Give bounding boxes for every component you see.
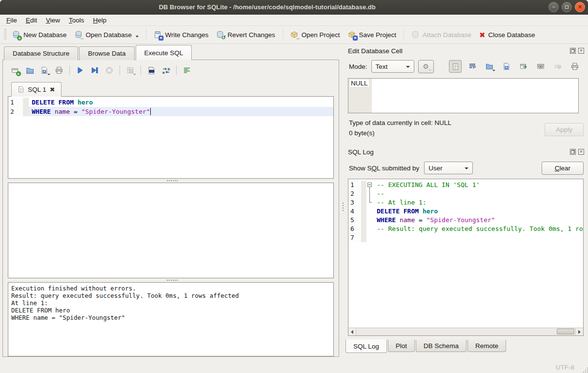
- toolbar-separator: [146, 29, 146, 40]
- encoding-indicator[interactable]: UTF-8: [556, 364, 574, 371]
- dropdown-caret-icon[interactable]: [47, 74, 50, 75]
- set-null-button[interactable]: [551, 60, 564, 73]
- cell-value-editor[interactable]: NULL: [348, 78, 579, 113]
- submitted-by-select[interactable]: User: [424, 162, 473, 174]
- sql-log-view[interactable]: 1-- EXECUTING ALL IN 'SQL 1'2--3-- At li…: [348, 179, 584, 336]
- log-line[interactable]: 1-- EXECUTING ALL IN 'SQL 1': [348, 181, 583, 189]
- toolbar-drag-handle[interactable]: [4, 29, 6, 41]
- execute-all-button[interactable]: [74, 64, 86, 77]
- code-text: [374, 233, 583, 242]
- menu-help[interactable]: Help: [89, 16, 111, 25]
- resize-grip[interactable]: [585, 370, 586, 371]
- text-mode-button[interactable]: [449, 60, 462, 73]
- new-database-button[interactable]: + New Database: [8, 28, 71, 41]
- sql-file-tab[interactable]: SQL 1 ✖: [11, 82, 61, 97]
- mode-label: Mode:: [349, 63, 367, 70]
- tab-database-structure[interactable]: Database Structure: [4, 46, 78, 60]
- link-button[interactable]: [534, 60, 547, 73]
- log-line[interactable]: 5WHERE name = "Spider-Youngster": [348, 216, 583, 225]
- maximize-button[interactable]: [562, 2, 572, 12]
- editor-margin: [361, 233, 366, 242]
- log-line[interactable]: 3-- At line 1:: [348, 198, 583, 207]
- splitter-handle[interactable]: [3, 179, 339, 183]
- dock-header-icons: ×: [570, 48, 584, 54]
- word-wrap-button[interactable]: [466, 60, 479, 73]
- right-panel: Edit Database Cell × Mode: Text ⚙ →: [345, 44, 588, 361]
- close-button[interactable]: ✕: [575, 2, 585, 12]
- svg-text:a: a: [162, 70, 165, 74]
- arrow-icon: →: [427, 67, 432, 71]
- clear-log-button[interactable]: Clear: [542, 162, 584, 175]
- sql-editor[interactable]: 1DELETE FROM hero2WHERE name = "Spider-Y…: [8, 97, 334, 179]
- open-sql-file-button[interactable]: [23, 64, 36, 77]
- titlebar[interactable]: DB Browser for SQLite - /home/user/code/…: [0, 0, 588, 15]
- editor-line[interactable]: 2WHERE name = "Spider-Youngster": [8, 107, 333, 116]
- attach-database-button[interactable]: Attach Database: [407, 28, 475, 41]
- bottom-tab-db-schema[interactable]: DB Schema: [416, 340, 466, 352]
- horizontal-scrollbar[interactable]: [348, 328, 583, 335]
- close-tab-icon[interactable]: ✖: [50, 86, 55, 93]
- log-line[interactable]: 4DELETE FROM hero: [348, 207, 583, 216]
- scroll-left-button[interactable]: [348, 328, 356, 335]
- open-database-button[interactable]: → Open Database: [71, 28, 143, 41]
- vertical-splitter[interactable]: [342, 44, 345, 361]
- open-project-button[interactable]: → Open Project: [286, 28, 344, 41]
- close-dock-icon[interactable]: ×: [578, 149, 584, 155]
- editor-line[interactable]: 1DELETE FROM hero: [8, 98, 333, 107]
- mode-value: Text: [376, 63, 388, 70]
- fold-margin[interactable]: [366, 181, 374, 189]
- dropdown-caret-icon[interactable]: [492, 70, 495, 71]
- tab-execute-sql[interactable]: Execute SQL: [136, 45, 192, 60]
- save-sql-file-button[interactable]: [38, 64, 51, 77]
- export-window-button[interactable]: [517, 60, 530, 73]
- print-cell-button[interactable]: [568, 60, 581, 73]
- log-line[interactable]: 7: [348, 233, 583, 242]
- chevron-down-icon: [465, 167, 468, 169]
- save-project-button[interactable]: Save Project: [344, 28, 401, 41]
- left-panel: Database Structure Browse Data Execute S…: [0, 44, 342, 361]
- print-button[interactable]: [53, 64, 65, 77]
- open-in-external-button[interactable]: ⚙ →: [418, 60, 434, 73]
- float-dock-icon[interactable]: [570, 149, 576, 155]
- sql-document-icon: [18, 86, 24, 93]
- format-sql-button[interactable]: [181, 64, 193, 77]
- tab-browse-data[interactable]: Browse Data: [79, 46, 134, 60]
- stop-button[interactable]: [103, 64, 116, 77]
- find-replace-button[interactable]: ab: [160, 64, 172, 77]
- execute-line-button[interactable]: [88, 64, 101, 77]
- find-button[interactable]: [145, 64, 158, 77]
- log-line[interactable]: 6-- Result: query executed successfully.…: [348, 225, 583, 233]
- revert-changes-button[interactable]: ↺ Revert Changes: [212, 28, 279, 41]
- save-results-button[interactable]: [124, 64, 137, 77]
- menu-view[interactable]: View: [41, 16, 64, 25]
- bottom-tab-remote[interactable]: Remote: [467, 340, 506, 352]
- menu-tools[interactable]: Tools: [64, 16, 89, 25]
- close-database-button[interactable]: ✖ Close Database: [475, 28, 539, 41]
- revert-arrow-icon: ↺: [221, 36, 226, 41]
- write-changes-button[interactable]: Write Changes: [150, 28, 212, 41]
- revert-changes-icon: ↺: [216, 31, 224, 39]
- code-text: WHERE name = "Spider-Youngster": [29, 107, 333, 116]
- scrollbar-thumb[interactable]: [557, 329, 574, 334]
- mode-select[interactable]: Text: [371, 60, 414, 73]
- bottom-tab-sql-log[interactable]: SQL Log: [345, 339, 387, 353]
- close-dock-icon[interactable]: ×: [578, 48, 584, 54]
- export-file-button[interactable]: [500, 60, 513, 73]
- import-file-button[interactable]: [483, 60, 496, 73]
- scroll-right-button[interactable]: [575, 328, 583, 335]
- toolbar-separator: [141, 65, 141, 75]
- menu-edit[interactable]: Edit: [21, 16, 41, 25]
- dropdown-caret-icon[interactable]: [136, 36, 139, 38]
- sql-toolbar: +: [3, 60, 339, 81]
- log-line[interactable]: 2--: [348, 189, 583, 198]
- results-pane[interactable]: [8, 183, 334, 278]
- apply-button[interactable]: Apply: [545, 123, 584, 136]
- database-open-icon: →: [75, 31, 83, 39]
- bottom-tab-plot[interactable]: Plot: [388, 340, 415, 352]
- splitter-handle[interactable]: [3, 278, 339, 282]
- float-dock-icon[interactable]: [570, 48, 576, 54]
- menu-file[interactable]: File: [2, 16, 21, 25]
- scrollbar-track[interactable]: [356, 328, 575, 335]
- minimize-button[interactable]: −: [548, 2, 559, 12]
- open-tab-button[interactable]: +: [9, 64, 21, 77]
